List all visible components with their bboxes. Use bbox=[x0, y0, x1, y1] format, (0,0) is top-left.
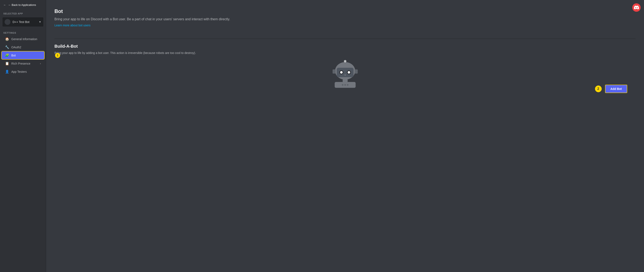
discord-logo-icon bbox=[634, 5, 639, 10]
list-icon: 📋 bbox=[5, 61, 9, 65]
svg-rect-9 bbox=[343, 79, 348, 82]
back-to-applications-link[interactable]: ← ← Back to Applications bbox=[0, 0, 46, 10]
nav-label-oauth2: OAuth2 bbox=[11, 46, 41, 49]
discord-icon-button[interactable] bbox=[632, 3, 641, 12]
puzzle-icon: 🧩 bbox=[5, 53, 9, 57]
settings-label: SETTINGS bbox=[0, 28, 46, 35]
sidebar-item-rich-presence[interactable]: 📋 Rich Presence › bbox=[2, 60, 44, 67]
svg-point-2 bbox=[344, 60, 346, 63]
back-label: ← Back to Applications bbox=[8, 3, 36, 6]
wrench-icon: 🔧 bbox=[5, 45, 9, 49]
app-selector[interactable]: D++ Test Bot ▼ bbox=[2, 17, 43, 26]
app-selector-container: D++ Test Bot ▼ bbox=[0, 16, 46, 28]
sidebar-item-app-testers[interactable]: 👤 App Testers bbox=[2, 68, 44, 75]
badge-1: 1 bbox=[55, 53, 60, 58]
svg-point-8 bbox=[344, 74, 346, 76]
avatar bbox=[4, 19, 10, 25]
build-a-bot-section: Build-A-Bot Bring your app to life by ad… bbox=[54, 44, 636, 55]
nav-label-rich-presence: Rich Presence bbox=[11, 62, 38, 65]
home-icon: 🏠 bbox=[5, 37, 9, 41]
robot-illustration bbox=[54, 59, 636, 91]
sidebar: ← ← Back to Applications SELECTED APP D+… bbox=[0, 0, 46, 272]
learn-more-link[interactable]: Learn more about bot users bbox=[54, 24, 90, 27]
app-name: D++ Test Bot bbox=[12, 20, 37, 24]
badge-2: 2 bbox=[595, 86, 602, 92]
chevron-right-icon: › bbox=[40, 62, 41, 65]
user-icon: 👤 bbox=[5, 70, 9, 74]
page-description: Bring your app to life on Discord with a… bbox=[54, 17, 243, 22]
svg-point-13 bbox=[342, 84, 344, 86]
sidebar-item-bot[interactable]: 🧩 Bot bbox=[2, 51, 44, 59]
svg-rect-12 bbox=[355, 69, 358, 74]
robot-svg bbox=[328, 59, 362, 91]
back-arrow-icon: ← bbox=[3, 3, 6, 6]
nav-label-general-information: General Information bbox=[11, 37, 41, 41]
selected-app-label: SELECTED APP bbox=[0, 11, 46, 16]
svg-point-14 bbox=[344, 84, 346, 86]
svg-rect-3 bbox=[337, 68, 354, 77]
svg-rect-11 bbox=[332, 69, 336, 74]
chevron-down-icon: ▼ bbox=[39, 20, 41, 23]
svg-point-15 bbox=[347, 84, 348, 86]
sidebar-item-oauth2[interactable]: 🔧 OAuth2 bbox=[2, 43, 44, 51]
main-content: Bot Bring your app to life on Discord wi… bbox=[46, 0, 644, 272]
add-bot-button[interactable]: Add Bot bbox=[605, 85, 627, 93]
sidebar-item-general-information[interactable]: 🏠 General Information bbox=[2, 35, 44, 43]
add-bot-container: 2 Add Bot bbox=[595, 85, 627, 93]
build-a-bot-title: Build-A-Bot bbox=[54, 44, 636, 49]
divider bbox=[54, 39, 636, 39]
nav-label-bot: Bot bbox=[11, 54, 41, 57]
svg-point-7 bbox=[348, 71, 350, 74]
nav-label-app-testers: App Testers bbox=[11, 70, 41, 73]
svg-point-5 bbox=[340, 71, 343, 74]
build-a-bot-left: Build-A-Bot Bring your app to life by ad… bbox=[54, 44, 636, 55]
page-title: Bot bbox=[54, 8, 636, 14]
build-a-bot-description: Bring your app to life by adding a bot u… bbox=[54, 51, 201, 55]
